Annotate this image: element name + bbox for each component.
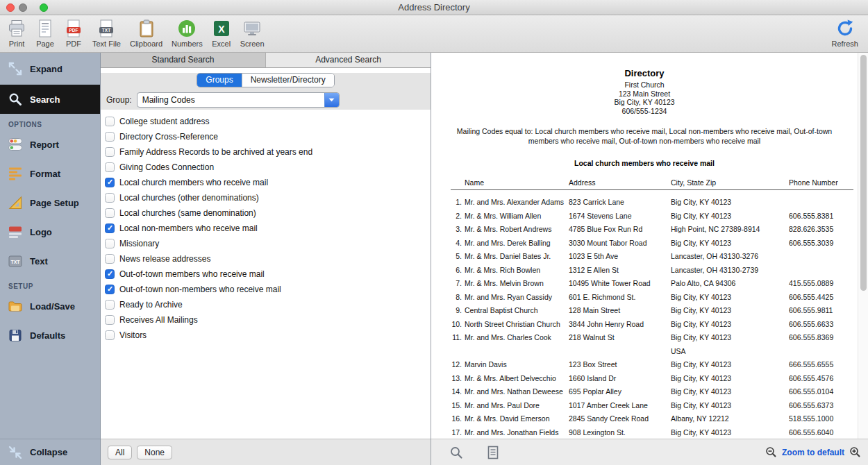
preview-page-icon[interactable] bbox=[487, 446, 499, 459]
checkbox[interactable] bbox=[105, 254, 115, 264]
chevron-down-icon[interactable] bbox=[324, 93, 339, 107]
segment-newsletter-directory[interactable]: Newsletter/Directory bbox=[242, 74, 334, 87]
segment-groups[interactable]: Groups bbox=[197, 74, 241, 87]
row-city: Big City, KY 40123 bbox=[671, 291, 789, 305]
screen-button[interactable]: Screen bbox=[240, 18, 265, 48]
checkbox-row[interactable]: Family Address Records to be archived at… bbox=[105, 144, 431, 160]
checkbox-row[interactable]: Local non-members who receive mail bbox=[105, 221, 431, 236]
checkbox[interactable] bbox=[105, 132, 115, 142]
checkbox[interactable] bbox=[105, 330, 115, 340]
row-number: 11. bbox=[451, 331, 465, 358]
clipboard-button[interactable]: Clipboard bbox=[130, 18, 162, 48]
sidebar-item-collapse[interactable]: Collapse bbox=[0, 439, 100, 465]
checkbox[interactable] bbox=[105, 269, 115, 279]
checkbox-label: Giving Codes Connection bbox=[119, 162, 214, 172]
row-address: 128 Main Street bbox=[569, 304, 671, 318]
sidebar-item-report[interactable]: Report bbox=[0, 130, 100, 159]
checkbox-row[interactable]: Out-of-town non-members who receive mail bbox=[105, 282, 431, 297]
sidebar-item-logo[interactable]: Logo bbox=[0, 217, 100, 246]
zoom-to-default-link[interactable]: Zoom to default bbox=[782, 448, 844, 457]
checkbox-row[interactable]: Giving Codes Connection bbox=[105, 160, 431, 175]
row-phone: 828.626.3535 bbox=[789, 223, 853, 237]
checkbox[interactable] bbox=[105, 315, 115, 325]
page-button[interactable]: Page bbox=[35, 18, 55, 48]
row-number: 1. bbox=[451, 196, 465, 210]
table-row: 10. North Street Christian Church 3844 J… bbox=[451, 318, 853, 332]
row-number: 16. bbox=[451, 412, 465, 426]
checkbox-row[interactable]: Local churches (other denominations) bbox=[105, 190, 431, 205]
table-row: 7. Mr. & Mrs. Melvin Brown 10495 White T… bbox=[451, 277, 853, 291]
mailing-codes-list: College student address Directory Cross-… bbox=[101, 110, 431, 439]
sidebar-item-page-setup[interactable]: Page Setup bbox=[0, 188, 100, 217]
text-file-button[interactable]: TXT Text File bbox=[92, 18, 121, 48]
group-dropdown[interactable]: Mailing Codes bbox=[137, 92, 340, 108]
checkbox[interactable] bbox=[105, 285, 115, 294]
row-city: Albany, NY 12212 bbox=[671, 412, 789, 426]
close-button[interactable] bbox=[6, 3, 15, 12]
checkbox-row[interactable]: Missionary bbox=[105, 236, 431, 251]
preview-search-icon[interactable] bbox=[449, 446, 463, 459]
checkbox-row[interactable]: News release addresses bbox=[105, 251, 431, 267]
row-city: Big City, KY 40123 bbox=[671, 372, 789, 386]
print-button[interactable]: Print bbox=[7, 18, 26, 48]
checkbox-row[interactable]: Visitors bbox=[105, 328, 431, 343]
excel-button[interactable]: X Excel bbox=[212, 18, 231, 48]
row-address: 3030 Mount Tabor Road bbox=[569, 237, 671, 251]
minimize-button[interactable] bbox=[19, 3, 27, 12]
sidebar-item-defaults[interactable]: Defaults bbox=[0, 321, 100, 350]
row-number: 5. bbox=[451, 250, 465, 264]
checkbox-row[interactable]: Local church members who receive mail bbox=[105, 175, 431, 190]
sidebar-item-label: Defaults bbox=[30, 330, 65, 341]
sidebar-item-search[interactable]: Search bbox=[0, 85, 100, 114]
sidebar-item-expand[interactable]: Expand bbox=[0, 53, 100, 85]
checkbox[interactable] bbox=[105, 162, 115, 172]
preview-panel: Directory First Church 123 Main Street B… bbox=[431, 53, 868, 465]
checkbox-label: Family Address Records to be archived at… bbox=[119, 147, 312, 157]
checkbox-row[interactable]: Out-of-town members who receive mail bbox=[105, 267, 431, 282]
scrollbar-track[interactable] bbox=[858, 53, 868, 439]
preview-footer: Zoom to default bbox=[431, 439, 868, 465]
checkbox-row[interactable]: Local churches (same denomination) bbox=[105, 205, 431, 221]
zoom-window-button[interactable] bbox=[40, 3, 48, 12]
scrollbar-thumb[interactable] bbox=[860, 55, 867, 291]
checkbox-label: Out-of-town non-members who receive mail bbox=[119, 285, 281, 294]
magnifier-icon bbox=[7, 91, 24, 108]
row-address: 823 Carrick Lane bbox=[569, 196, 671, 210]
zoom-out-icon[interactable] bbox=[765, 446, 777, 458]
table-row: 13. Mr. & Mrs. Albert Delvecchio 1660 Is… bbox=[451, 372, 853, 386]
org-address: 123 Main Street bbox=[431, 90, 858, 99]
checkbox[interactable] bbox=[105, 300, 115, 310]
section-title: Local church members who receive mail bbox=[431, 159, 858, 167]
checkbox-row[interactable]: Receives All Mailings bbox=[105, 312, 431, 328]
checkbox[interactable] bbox=[105, 178, 115, 187]
checkbox-row[interactable]: College student address bbox=[105, 114, 431, 129]
row-city: Big City, KY 40123 bbox=[671, 426, 789, 439]
column-name: Name bbox=[451, 178, 569, 187]
checkbox-row[interactable]: Directory Cross-Reference bbox=[105, 129, 431, 144]
tab-standard-search[interactable]: Standard Search bbox=[101, 53, 266, 67]
zoom-in-icon[interactable] bbox=[849, 446, 861, 458]
row-city: Lancaster, OH 43130-2739 bbox=[671, 264, 789, 278]
row-number: 2. bbox=[451, 210, 465, 223]
checkbox[interactable] bbox=[105, 223, 115, 233]
checkbox[interactable] bbox=[105, 193, 115, 203]
row-number: 4. bbox=[451, 237, 465, 251]
checkbox[interactable] bbox=[105, 147, 115, 157]
numbers-button[interactable]: Numbers bbox=[172, 18, 203, 48]
checkbox[interactable] bbox=[105, 208, 115, 218]
checkbox-row[interactable]: Ready to Archive bbox=[105, 297, 431, 312]
sidebar-item-load-save[interactable]: Load/Save bbox=[0, 291, 100, 321]
sidebar-section-setup: SETUP bbox=[0, 276, 100, 291]
checkbox[interactable] bbox=[105, 117, 115, 126]
svg-text:TXT: TXT bbox=[102, 28, 110, 33]
pdf-button[interactable]: PDF PDF bbox=[64, 18, 83, 48]
tab-advanced-search[interactable]: Advanced Search bbox=[266, 53, 431, 67]
refresh-button[interactable]: Refresh bbox=[831, 18, 858, 48]
none-button[interactable]: None bbox=[137, 446, 172, 459]
sidebar-item-text[interactable]: TXT Text bbox=[0, 246, 100, 276]
row-name: Mr. and Mrs. Alexander Adams bbox=[465, 196, 569, 210]
all-button[interactable]: All bbox=[108, 446, 132, 459]
checkbox[interactable] bbox=[105, 239, 115, 248]
table-row: 9. Central Baptist Church 128 Main Stree… bbox=[451, 304, 853, 318]
sidebar-item-format[interactable]: Format bbox=[0, 159, 100, 188]
